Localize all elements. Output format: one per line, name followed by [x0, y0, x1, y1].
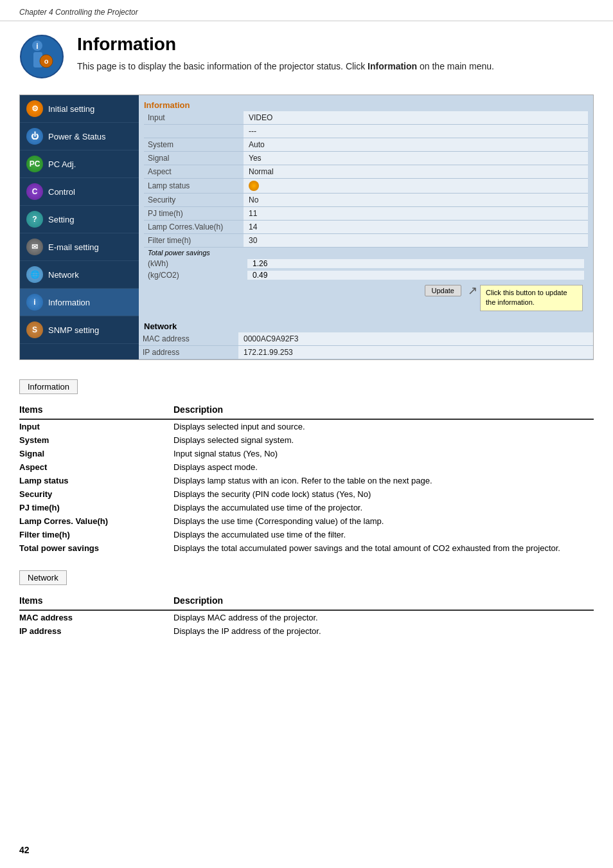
row-item-name: Security: [19, 487, 173, 501]
control-icon: C: [26, 183, 43, 200]
row-item-desc: Displays aspect mode.: [173, 460, 594, 474]
row-item-name: MAC address: [19, 610, 173, 624]
row-value: ---: [244, 125, 588, 138]
main-panel: Information Input VIDEO ---: [139, 95, 593, 359]
info-table: Input VIDEO --- System Auto: [144, 111, 588, 248]
row-item-desc: Displays the accumulated use time of the…: [173, 528, 594, 541]
title-section: i o Information This page is to display …: [19, 34, 594, 79]
sidebar-item-pc-adj[interactable]: PC PC Adj.: [20, 150, 139, 178]
row-item-desc: Displays selected input and source.: [173, 419, 594, 433]
power-co2-row: (kg/CO2) 0.49: [144, 269, 588, 281]
power-kwh-row: (kWh) 1.26: [144, 258, 588, 269]
setting-icon: ?: [26, 211, 43, 228]
page-title: Information: [77, 34, 494, 55]
row-item-name: Filter time(h): [19, 528, 173, 541]
table-row: MAC addressDisplays MAC address of the p…: [19, 610, 594, 624]
power-kwh-label: (kWh): [148, 259, 247, 268]
update-row: Update ↗ Click this button to update the…: [144, 281, 588, 315]
table-row: Lamp status: [144, 179, 588, 194]
table-row: AspectDisplays aspect mode.: [19, 460, 594, 474]
row-label: Input: [144, 111, 244, 125]
update-button[interactable]: Update: [425, 285, 461, 296]
row-value: Normal: [244, 165, 588, 179]
row-item-name: IP address: [19, 624, 173, 638]
col-items-header: Items: [19, 402, 173, 419]
page-description: This page is to display the basic inform…: [77, 60, 494, 73]
row-item-desc: Input signal status (Yes, No): [173, 447, 594, 460]
sidebar-label-initial-setting: Initial setting: [48, 104, 94, 114]
table-row: SystemDisplays selected signal system.: [19, 433, 594, 447]
power-savings-label-row: Total power savings: [144, 248, 588, 258]
power-co2-value: 0.49: [247, 271, 584, 280]
row-value: 172.21.99.253: [238, 345, 593, 359]
table-row: Aspect Normal: [144, 165, 588, 179]
table-row: PJ time(h) 11: [144, 207, 588, 221]
table-header-row: Items Description: [19, 593, 594, 610]
row-item-desc: Displays the IP address of the projector…: [173, 624, 594, 638]
sidebar-item-snmp[interactable]: S SNMP setting: [20, 316, 139, 344]
tooltip-arrow-icon: ↗: [468, 285, 477, 296]
sidebar-label-setting: Setting: [48, 215, 74, 224]
network-description-section: Network Items Description MAC addressDis…: [19, 570, 594, 638]
table-row: Lamp Corres. Value(h)Displays the use ti…: [19, 514, 594, 528]
network-section-title: Network: [139, 318, 593, 332]
row-value: 0000AC9A92F3: [238, 332, 593, 346]
row-item-name: Lamp Corres. Value(h): [19, 514, 173, 528]
row-item-name: Signal: [19, 447, 173, 460]
ui-screenshot: ⚙ Initial setting ⏻ Power & Status PC PC…: [19, 95, 594, 360]
row-item-name: Total power savings: [19, 541, 173, 555]
sidebar-item-initial-setting[interactable]: ⚙ Initial setting: [20, 95, 139, 123]
row-item-name: Input: [19, 419, 173, 433]
tooltip-container: ↗ Click this button to update the inform…: [468, 285, 583, 311]
info-desc-table: Items Description InputDisplays selected…: [19, 402, 594, 555]
title-text-block: Information This page is to display the …: [77, 34, 494, 73]
table-header-row: Items Description: [19, 402, 594, 419]
row-item-name: System: [19, 433, 173, 447]
information-icon: i o: [19, 34, 64, 79]
row-label: [144, 125, 244, 138]
sidebar-item-email-setting[interactable]: ✉ E-mail setting: [20, 233, 139, 261]
svg-text:i: i: [36, 42, 38, 51]
sidebar-label-network: Network: [48, 270, 79, 280]
table-row: IP address 172.21.99.253: [139, 345, 593, 359]
network-table: MAC address 0000AC9A92F3 IP address 172.…: [139, 332, 593, 359]
row-label: Aspect: [144, 165, 244, 179]
table-row: SecurityDisplays the security (PIN code …: [19, 487, 594, 501]
sidebar-item-power-status[interactable]: ⏻ Power & Status: [20, 123, 139, 150]
row-item-desc: Displays the total accumulated power sav…: [173, 541, 594, 555]
table-row: Lamp statusDisplays lamp status with an …: [19, 474, 594, 487]
email-setting-icon: ✉: [26, 239, 43, 255]
table-row: Signal Yes: [144, 152, 588, 165]
row-item-desc: Displays MAC address of the projector.: [173, 610, 594, 624]
row-label: Lamp Corres.Value(h): [144, 221, 244, 234]
network-icon: 🌐: [26, 266, 43, 283]
table-row: Input VIDEO: [144, 111, 588, 125]
row-value: No: [244, 194, 588, 207]
network-desc-table: Items Description MAC addressDisplays MA…: [19, 593, 594, 638]
row-item-name: Lamp status: [19, 474, 173, 487]
power-savings-label: Total power savings: [148, 249, 210, 257]
power-status-icon: ⏻: [26, 128, 43, 145]
table-row: PJ time(h)Displays the accumulated use t…: [19, 501, 594, 514]
sidebar-item-control[interactable]: C Control: [20, 178, 139, 206]
sidebar-item-setting[interactable]: ? Setting: [20, 206, 139, 233]
sidebar-label-power-status: Power & Status: [48, 132, 106, 141]
power-co2-label: (kg/CO2): [148, 271, 247, 280]
col-items-header: Items: [19, 593, 173, 610]
row-item-desc: Displays lamp status with an icon. Refer…: [173, 474, 594, 487]
sidebar-item-network[interactable]: 🌐 Network: [20, 261, 139, 289]
table-row: MAC address 0000AC9A92F3: [139, 332, 593, 346]
information-sidebar-icon: i: [26, 294, 43, 311]
row-value: 30: [244, 234, 588, 248]
row-label: MAC address: [139, 332, 238, 346]
row-label: Filter time(h): [144, 234, 244, 248]
table-row: Filter time(h)Displays the accumulated u…: [19, 528, 594, 541]
lamp-status-icon: [249, 181, 259, 191]
sidebar: ⚙ Initial setting ⏻ Power & Status PC PC…: [20, 95, 139, 359]
snmp-icon: S: [26, 321, 43, 338]
info-desc-section-label: Information: [19, 379, 78, 394]
info-description-section: Information Items Description InputDispl…: [19, 379, 594, 555]
row-item-desc: Displays the security (PIN code lock) st…: [173, 487, 594, 501]
sidebar-item-information[interactable]: i Information: [20, 289, 139, 316]
row-item-desc: Displays the use time (Corresponding val…: [173, 514, 594, 528]
